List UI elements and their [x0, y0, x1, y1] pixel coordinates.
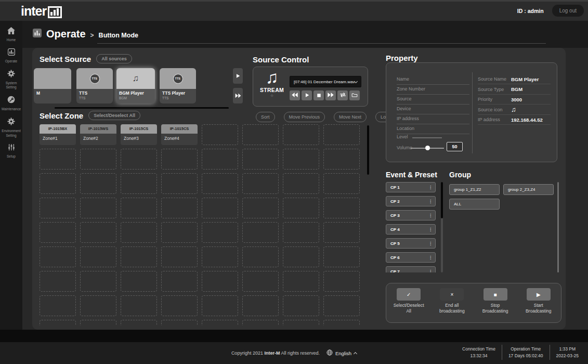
sidebar-item-maintenance[interactable]: Maintenance [0, 96, 22, 112]
sidebar-item-system-setting[interactable]: System Setting [0, 70, 22, 90]
stop-action[interactable]: ■StopBroadcasting [475, 288, 516, 322]
footer-info-block: Operation Time17 Days 05:02:40 [502, 345, 550, 360]
stop-button[interactable] [313, 90, 324, 100]
folder-button[interactable] [349, 90, 360, 100]
source-card[interactable]: M [34, 68, 71, 103]
sidebar-item-home[interactable]: Home [0, 27, 22, 43]
cp-button[interactable]: CP 1⋮ [386, 182, 436, 192]
source-card-icon-area [34, 68, 71, 89]
zone-empty-slot [40, 149, 76, 170]
cp-button[interactable]: CP 7⋮ [386, 266, 436, 272]
close-action-button[interactable]: × [440, 288, 464, 301]
source-card[interactable]: TTSTTSTTS [76, 68, 113, 103]
cp-button[interactable]: CP 4⋮ [386, 224, 436, 235]
property-detail-value: BGM Player [511, 76, 539, 82]
kebab-menu-icon[interactable]: ⋮ [428, 227, 433, 232]
play-action-button[interactable]: ▶ [527, 288, 551, 301]
rewind-button[interactable] [290, 90, 300, 100]
source-card-subtitle: BGM [116, 96, 155, 100]
stop-action-button[interactable]: ■ [484, 288, 507, 301]
close-action[interactable]: ×End allbroadcasting [431, 288, 473, 322]
zone-card[interactable]: IP-1015CSZone#4 [161, 124, 198, 145]
move-previous-pill[interactable]: Move Previous [284, 112, 325, 122]
zone-card[interactable]: IP-1015BXZone#1 [40, 124, 76, 145]
property-field-zone-number[interactable]: Zone Number [397, 86, 469, 95]
zone-empty-slot [80, 173, 116, 194]
move-next-pill[interactable]: Move Next [334, 112, 367, 122]
sidebar-item-operate[interactable]: Operate [0, 48, 22, 64]
group-button[interactable]: group 1_Z1,Z2 [449, 184, 500, 195]
property-field-source[interactable]: Source [397, 96, 469, 105]
kebab-menu-icon[interactable]: ⋮ [428, 213, 433, 218]
play-action[interactable]: ▶StartBroadcasting [518, 288, 559, 322]
group-scrollbar[interactable] [557, 182, 559, 272]
property-detail-value: 3000 [511, 97, 522, 102]
zone-empty-slot [121, 271, 157, 292]
cp-button[interactable]: CP 6⋮ [386, 252, 436, 263]
check-action[interactable]: ✓Select/DeselectAll [388, 288, 429, 322]
music-note-icon: ♫ [133, 73, 139, 84]
cp-scrollbar-track[interactable] [441, 182, 443, 272]
setup-icon [8, 144, 15, 153]
zone-empty-slot [283, 295, 319, 316]
group-button[interactable]: group 2_Z3,Z4 [503, 184, 554, 195]
property-field-ip-address[interactable]: IP address [397, 116, 469, 124]
property-detail-row: IP address192.168.44.52 [478, 115, 551, 125]
language-label: English [335, 350, 351, 356]
source-horizontal-scrollbar[interactable] [55, 107, 229, 109]
volume-slider-thumb[interactable] [425, 146, 430, 150]
zone-empty-slot [202, 295, 238, 316]
select-deselect-all-pill[interactable]: Select/Deselect All [88, 111, 140, 120]
cp-button-label: CP 5 [390, 241, 400, 246]
cp-button[interactable]: CP 3⋮ [386, 210, 436, 220]
group-button[interactable]: ALL [449, 199, 500, 210]
source-card[interactable]: ♫BGM PlayerBGM [116, 68, 155, 103]
track-dropdown[interactable]: [07:46] 01 December Dream.wav [290, 76, 361, 87]
zone-empty-slot [242, 271, 279, 292]
kebab-menu-icon[interactable]: ⋮ [428, 269, 433, 273]
property-field-device[interactable]: Device [397, 106, 469, 114]
zone-empty-slot [40, 222, 76, 243]
zone-empty-slot [121, 320, 157, 326]
source-fast-forward-button[interactable] [233, 88, 243, 103]
zone-card[interactable]: IP-1015WSZone#2 [80, 124, 116, 145]
cp-button[interactable]: CP 2⋮ [386, 196, 436, 206]
property-detail-row: Source NameBGM Player [478, 74, 551, 84]
property-field-location[interactable]: Location [397, 126, 469, 134]
stream-status-indicator: ◆ [258, 93, 285, 98]
zone-card[interactable]: IP-1015CSZone#3 [121, 124, 157, 145]
sidebar-item-label: Maintenance [2, 107, 21, 112]
kebab-menu-icon[interactable]: ⋮ [428, 241, 433, 246]
sidebar-item-setup[interactable]: Setup [0, 144, 22, 159]
zone-empty-slot [40, 295, 76, 316]
level-slider[interactable] [412, 137, 442, 138]
volume-slider[interactable] [411, 148, 444, 149]
sort-pill[interactable]: Sort [256, 112, 275, 122]
property-field-name[interactable]: Name [397, 76, 469, 85]
source-next-button[interactable] [233, 68, 243, 84]
zone-vertical-scrollbar[interactable] [367, 125, 369, 175]
rewind-icon [292, 92, 298, 99]
kebab-menu-icon[interactable]: ⋮ [428, 199, 433, 204]
cp-scrollbar-thumb[interactable] [441, 182, 443, 218]
check-action-button[interactable]: ✓ [397, 288, 421, 301]
play-button[interactable] [302, 90, 312, 100]
cp-button[interactable]: CP 5⋮ [386, 238, 436, 249]
group-button-label: group 2_Z3,Z4 [508, 187, 535, 192]
zone-empty-slot [242, 198, 279, 218]
zone-empty-slot [161, 271, 198, 292]
logout-button[interactable]: Log out [552, 5, 584, 17]
footer: Copyright 2021 Inter-M All rights reserv… [0, 342, 588, 364]
breadcrumb: Button Mode [99, 32, 138, 39]
all-sources-pill[interactable]: All sources [96, 54, 132, 63]
kebab-menu-icon[interactable]: ⋮ [428, 255, 433, 260]
language-selector[interactable]: English [326, 349, 357, 357]
kebab-menu-icon[interactable]: ⋮ [428, 185, 433, 190]
repeat-button[interactable] [337, 90, 348, 100]
zone-empty-slot [40, 173, 76, 194]
level-label: Level [397, 134, 408, 139]
zone-empty-slot [283, 198, 319, 218]
forward-button[interactable] [325, 90, 336, 100]
sidebar-item-environment-setting[interactable]: Environment Setting [0, 118, 22, 138]
source-card[interactable]: TTSTTS PlayerTTS [160, 68, 196, 103]
